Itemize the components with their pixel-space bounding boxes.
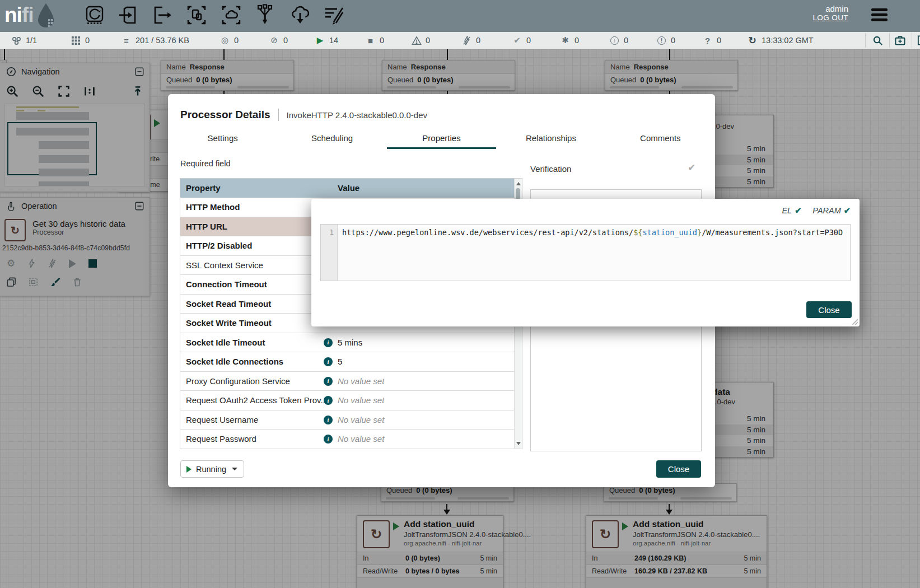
stale-count: 0: [624, 36, 628, 45]
disabled-count: 0: [476, 36, 480, 45]
run-status-label: Running: [196, 465, 226, 474]
table-row[interactable]: Request OAuth2 Access Token Prov...iNo v…: [180, 391, 522, 410]
el-brace: ${: [633, 228, 642, 237]
invalid-count: 0: [426, 36, 430, 45]
nifi-drop-icon: [35, 2, 57, 28]
dialog-title: Processor Details: [180, 109, 270, 121]
thread-pool-icon: [71, 35, 81, 46]
status-bar: 1/1 0 ≡201 / 53.76 KB ◎0 ⊘0 ▶14 ■0 0 0 ✔…: [0, 32, 920, 49]
global-menu-icon[interactable]: [871, 8, 888, 24]
queued-icon: ≡: [121, 35, 132, 46]
info-icon: i: [324, 396, 333, 405]
check-icon: ✔: [795, 206, 801, 215]
label-tool-icon[interactable]: [323, 4, 345, 26]
sync-failure-icon: ?: [702, 35, 713, 46]
info-icon: i: [324, 338, 333, 347]
up-to-date-icon: ✔: [512, 35, 522, 46]
properties-table-header: Property Value: [180, 179, 522, 198]
info-icon: i: [324, 357, 333, 366]
table-row[interactable]: Socket Idle Connectionsi5: [180, 352, 522, 372]
dialog-subtitle: InvokeHTTP 2.4.0-stackable0.0.0-dev: [287, 110, 428, 120]
dialog-tabs: Settings Scheduling Properties Relations…: [168, 130, 715, 149]
dialog-close-button[interactable]: Close: [656, 460, 701, 478]
document-icon[interactable]: [916, 35, 920, 46]
app-header: nifi admin: [0, 0, 920, 32]
cluster-icon: [11, 35, 22, 46]
check-icon: ✔: [844, 206, 851, 215]
not-transmitting-icon: ⊘: [269, 35, 279, 46]
scroll-down-icon[interactable]: [516, 442, 521, 445]
value-code-line[interactable]: https://www.pegelonline.wsv.de/webservic…: [338, 225, 850, 281]
thread-count: 0: [85, 36, 90, 45]
logo-text: ni: [4, 3, 22, 27]
transmitting-count: 0: [234, 36, 239, 45]
output-port-tool-icon[interactable]: [151, 4, 173, 26]
search-icon[interactable]: [872, 35, 883, 46]
chevron-down-icon: [232, 468, 237, 470]
resize-grip[interactable]: [850, 317, 858, 325]
locally-modified-stale-icon: !: [656, 35, 667, 46]
line-number-gutter: 1: [321, 225, 338, 281]
required-field-label: Required field: [180, 159, 230, 168]
el-brace: }: [697, 228, 702, 237]
divider: [889, 33, 890, 48]
last-refreshed-time: 13:33:02 GMT: [762, 36, 814, 45]
logo-text: fi: [22, 3, 34, 27]
invalid-icon: [411, 35, 422, 46]
funnel-tool-icon[interactable]: [254, 4, 276, 26]
divider: [865, 33, 866, 48]
table-row[interactable]: Request PasswordiNo value set: [180, 430, 522, 449]
refresh-icon[interactable]: ↻: [747, 35, 758, 46]
stopped-icon: ■: [365, 35, 376, 46]
tab-scheduling[interactable]: Scheduling: [277, 130, 386, 149]
current-user: admin: [812, 4, 848, 13]
processor-tool-icon[interactable]: [83, 4, 106, 26]
divider: [912, 33, 912, 48]
up-to-date-count: 0: [526, 36, 531, 45]
input-port-tool-icon[interactable]: [117, 4, 139, 26]
table-row[interactable]: Socket Idle Timeouti5 mins: [180, 333, 522, 353]
scroll-up-icon[interactable]: [516, 182, 521, 185]
running-icon: ▶: [315, 35, 325, 46]
running-count: 14: [329, 36, 338, 45]
table-row[interactable]: Request UsernameiNo value set: [180, 410, 522, 430]
transmitting-icon: ◎: [220, 35, 230, 46]
remote-process-group-tool-icon[interactable]: [220, 4, 242, 26]
property-value-editor: EL✔ PARAM✔ 1 https://www.pegelonline.wsv…: [311, 199, 860, 326]
column-property: Property: [186, 179, 221, 198]
template-download-tool-icon[interactable]: [289, 4, 311, 26]
tab-settings[interactable]: Settings: [168, 130, 277, 149]
nifi-logo[interactable]: nifi: [4, 2, 57, 28]
run-status-button[interactable]: Running: [180, 460, 244, 478]
verification-check-icon[interactable]: ✔: [688, 162, 695, 174]
locally-modified-count: 0: [575, 36, 579, 45]
running-icon: [186, 466, 192, 473]
process-group-tool-icon[interactable]: [185, 4, 208, 26]
logout-link[interactable]: LOG OUT: [812, 13, 848, 22]
not-transmitting-count: 0: [283, 36, 288, 45]
el-supported-indicator: EL✔: [782, 206, 801, 215]
verification-label: Verification: [530, 164, 571, 174]
table-row[interactable]: Proxy Configuration ServiceiNo value set: [180, 372, 522, 391]
settings-icon[interactable]: [895, 35, 905, 46]
locally-modified-icon: ✱: [560, 35, 571, 46]
stale-icon: ↑: [609, 35, 620, 46]
column-value: Value: [338, 179, 359, 198]
info-icon: i: [324, 377, 333, 386]
info-icon: i: [324, 435, 333, 444]
tab-comments[interactable]: Comments: [606, 130, 715, 149]
locally-modified-stale-count: 0: [671, 36, 675, 45]
param-supported-indicator: PARAM✔: [812, 206, 851, 215]
tab-properties[interactable]: Properties: [387, 130, 496, 149]
tab-relationships[interactable]: Relationships: [496, 130, 605, 149]
divider: [278, 109, 279, 121]
el-variable: station_uuid: [642, 228, 697, 237]
editor-close-button[interactable]: Close: [806, 301, 852, 318]
value-code-editor[interactable]: 1 https://www.pegelonline.wsv.de/webserv…: [320, 224, 851, 281]
queued-stats: 201 / 53.76 KB: [136, 36, 189, 45]
stopped-count: 0: [380, 36, 384, 45]
sync-failure-count: 0: [717, 36, 721, 45]
nifi-app: NameResponse Queued0 (0 bytes) NameRespo…: [0, 0, 920, 588]
disabled-icon: [461, 35, 472, 46]
info-icon: i: [324, 416, 333, 424]
